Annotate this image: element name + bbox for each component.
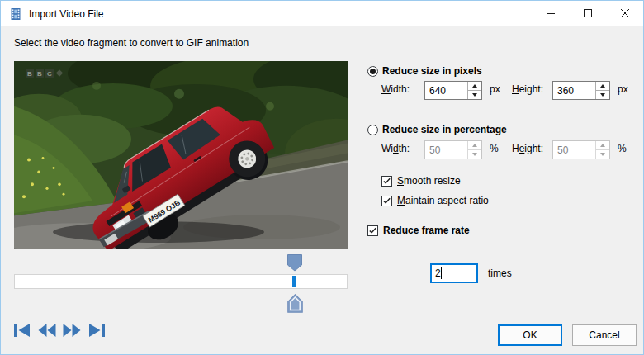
text-caret [441,267,442,279]
pixels-width-spin-down[interactable] [468,91,481,99]
percentage-width-spinner: 50 [424,140,482,159]
percentage-width-label: Width: [381,143,410,154]
skip-to-end-button[interactable] [87,322,107,338]
percentage-height-spin-up [596,141,609,150]
percentage-height-spin-down [596,150,609,159]
reduce-frame-rate-checkbox[interactable] [367,225,378,236]
slider-position-tick [292,276,296,287]
smooth-resize-checkbox[interactable] [381,176,392,187]
close-button[interactable] [606,1,643,26]
pixels-height-unit: px [618,83,628,95]
titlebar: Import Video File [1,1,643,26]
fast-forward-button[interactable] [62,322,82,338]
window-controls [532,1,643,26]
radio-reduce-percentage[interactable] [367,125,378,135]
import-video-dialog: Import Video File Select the video fragm… [0,0,644,355]
pixels-height-spinner[interactable]: 360 [552,81,610,100]
frame-rate-input[interactable]: 2 [430,263,478,283]
slider-track[interactable] [14,274,348,289]
pixels-width-unit: px [490,83,500,95]
reduce-frame-rate-label[interactable]: Reduce frame rate [383,225,470,236]
maintain-aspect-label[interactable]: Maintain aspect ratio [397,195,489,206]
window-title: Import Video File [29,8,104,20]
pixels-height-spin-up[interactable] [596,82,609,91]
rewind-button[interactable] [37,322,57,338]
percentage-width-spin-down [468,150,481,159]
cancel-button[interactable]: Cancel [572,324,637,346]
pixels-height-spin-down[interactable] [596,91,609,99]
ok-button[interactable]: OK [498,324,562,346]
pixels-width-spinner[interactable]: 640 [424,81,482,100]
pixels-height-label: Height: [512,83,543,95]
skip-to-start-button[interactable] [12,322,32,338]
percentage-width-value: 50 [425,141,467,159]
percentage-height-spinner: 50 [552,140,610,159]
percentage-width-spin-up [468,141,481,150]
pixels-height-value[interactable]: 360 [553,82,595,99]
maintain-aspect-checkbox[interactable] [381,196,392,206]
svg-text:C: C [47,70,52,78]
slider-bottom-marker[interactable] [287,294,303,313]
playback-bar [12,322,107,338]
percentage-height-value: 50 [553,141,595,159]
pixels-width-value[interactable]: 640 [425,82,467,99]
radio-reduce-pixels[interactable] [367,66,378,77]
filmstrip-icon [9,7,22,21]
minimize-button[interactable] [532,1,569,26]
percentage-width-unit: % [490,143,499,154]
svg-text:B: B [37,70,42,78]
frame-rate-unit: times [488,267,512,279]
slider-top-marker[interactable] [287,254,302,272]
radio-reduce-pixels-label[interactable]: Reduce size in pixels [382,65,482,77]
percentage-height-unit: % [618,143,627,154]
radio-reduce-percentage-label[interactable]: Reduce size in percentage [382,124,507,135]
smooth-resize-label[interactable]: Smooth resize [397,175,461,187]
pixels-width-label: Width: [381,83,410,95]
percentage-height-label: Height: [512,143,543,154]
video-preview: B B C [14,61,348,249]
maximize-button[interactable] [569,1,606,26]
svg-text:B: B [27,70,32,78]
instruction-text: Select the video fragment to convert to … [14,37,249,49]
pixels-width-spin-up[interactable] [468,82,481,91]
